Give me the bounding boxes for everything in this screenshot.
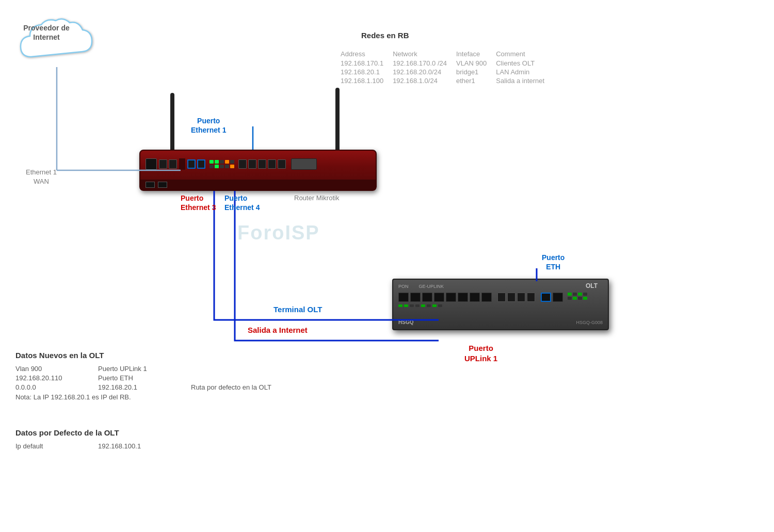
olt-right-leds [568, 293, 587, 300]
col-comment: Comment [496, 49, 554, 59]
bottom-port2 [158, 182, 167, 188]
col-network: Network [393, 49, 456, 59]
col-interface: Inteface [456, 49, 496, 59]
led4 [225, 160, 229, 164]
olt-model: HSGQ-G008 [576, 320, 603, 325]
table-cell: 192.168.1.0/24 [393, 76, 456, 85]
datos-cell: 192.168.100.1 [98, 442, 141, 450]
col-address: Address [341, 49, 393, 59]
router-display [291, 158, 317, 170]
port-eth3 [187, 159, 196, 169]
olt-labels: PONGE-UPLINK [398, 284, 444, 289]
port-eth4 [197, 159, 205, 169]
led3 [220, 160, 224, 164]
port-eth6 [248, 159, 256, 169]
label-puerto-eth: PuertoETH [542, 253, 565, 271]
led1 [209, 160, 214, 164]
datos-cell: Puerto UPLink 1 [98, 365, 175, 373]
port-eth8 [268, 159, 276, 169]
router-separator1 [179, 158, 185, 170]
port-eth2 [169, 159, 177, 169]
watermark: ForoISP [237, 222, 320, 244]
router-eth-group1 [159, 159, 177, 169]
table-cell: Salida a internet [496, 76, 554, 85]
router-eth-group3 [238, 159, 286, 169]
led2 [215, 160, 219, 164]
table-cell: Clientes OLT [496, 59, 554, 68]
datos-cell: 0.0.0.0 [15, 383, 83, 391]
datos-row: Vlan 900Puerto UPLink 1 [15, 365, 271, 373]
datos-row: 0.0.0.0192.168.20.1Ruta por defecto en l… [15, 383, 271, 391]
port-eth7 [258, 159, 266, 169]
label-puerto-eth1: Puerto Ethernet 1 [191, 116, 226, 135]
router-label: Router Mikrotik [294, 194, 339, 203]
table-cell: ether1 [456, 76, 496, 85]
olt-leds [398, 304, 442, 307]
datos-nuevos-title: Datos Nuevos en la OLT [15, 351, 271, 360]
led8 [220, 165, 224, 168]
table-cell: 192.168.20.0/24 [393, 68, 456, 76]
datos-row: Ip default192.168.100.1 [15, 442, 156, 450]
olt-hsgq-label: HSGQ [398, 319, 413, 325]
antenna-right [335, 88, 340, 155]
led10 [230, 165, 234, 168]
datos-cell: Ruta por defecto en la OLT [191, 383, 271, 391]
table-cell: 192.168.1.100 [341, 76, 393, 85]
led9 [225, 165, 229, 168]
table-cell: LAN Admin [496, 68, 554, 76]
datos-nuevos-nota: Nota: La IP 192.168.20.1 es IP del RB. [15, 393, 271, 401]
label-puerto-eth3: Puerto Ethernet 3 [181, 194, 216, 212]
redes-title: Redes en RB [361, 31, 409, 40]
router-bottom-strip [140, 180, 376, 190]
antenna-left [170, 93, 174, 155]
olt-device: OLT PONGE-UPLINK HSGQ HSGQ-G008 [392, 279, 609, 330]
datos-defecto-section: Datos por Defecto de la OLT Ip default19… [15, 428, 156, 452]
datos-cell: Ip default [15, 442, 83, 450]
table-cell: 192.168.20.1 [341, 68, 393, 76]
datos-defecto-title: Datos por Defecto de la OLT [15, 428, 156, 437]
bottom-port1 [146, 182, 155, 188]
label-puerto-uplink1: Puerto UPLink 1 [464, 343, 497, 363]
datos-cell: Puerto ETH [98, 374, 175, 382]
cloud-label: Proveedor de Internet [18, 23, 75, 42]
router-sfp-port [146, 158, 157, 170]
datos-cell: Vlan 900 [15, 365, 83, 373]
led6 [209, 165, 214, 168]
label-puerto-eth4: Puerto Ethernet 4 [224, 194, 260, 212]
label-salida-internet: Salida a Internet [248, 325, 308, 335]
table-cell: VLAN 900 [456, 59, 496, 68]
datos-row: 192.168.20.110Puerto ETH [15, 374, 271, 382]
table-cell: 192.168.170.1 [341, 59, 393, 68]
label-eth1-wan: Ethernet 1WAN [26, 168, 57, 186]
olt-eth-port [541, 293, 551, 302]
led5 [230, 160, 234, 164]
led7 [215, 165, 219, 168]
label-terminal-olt: Terminal OLT [273, 304, 322, 315]
router-mikrotik [139, 150, 377, 191]
datos-nuevos-section: Datos Nuevos en la OLT Vlan 900Puerto UP… [15, 351, 271, 401]
olt-uplink1-port [553, 293, 563, 302]
port-eth9 [278, 159, 286, 169]
port-eth1 [159, 159, 167, 169]
table-cell: bridge1 [456, 68, 496, 76]
led-matrix [209, 160, 234, 168]
router-eth-group2 [187, 159, 205, 169]
port-eth5 [238, 159, 247, 169]
olt-pon-ports [398, 293, 563, 302]
datos-cell: 192.168.20.110 [15, 374, 83, 382]
redes-table: Address Network Inteface Comment 192.168… [341, 49, 554, 85]
table-cell: 192.168.170.0 /24 [393, 59, 456, 68]
olt-brand: OLT [586, 282, 598, 289]
datos-cell: 192.168.20.1 [98, 383, 175, 391]
